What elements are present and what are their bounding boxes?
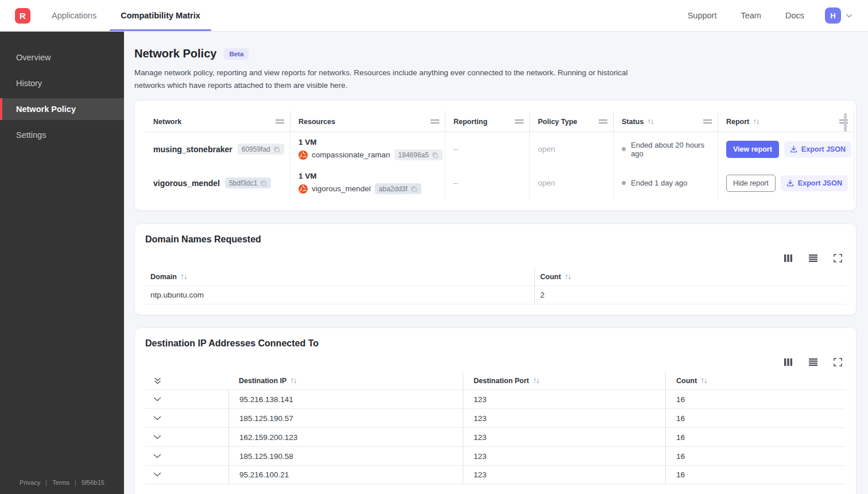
sidebar-item-overview[interactable]: Overview: [0, 47, 124, 68]
network-id: 60959fad: [242, 145, 270, 153]
networks-table: Network Resources Reporting Policy Type …: [145, 111, 846, 200]
column-header-destination-ip[interactable]: Destination IP: [228, 372, 463, 389]
domains-table: Domain Count ntp.ubuntu.com 2: [145, 268, 846, 304]
column-header-network[interactable]: Network: [145, 111, 290, 132]
support-link[interactable]: Support: [688, 11, 717, 20]
column-header-count[interactable]: Count: [665, 372, 846, 389]
column-header-report[interactable]: Report: [718, 111, 854, 132]
resource-id-pill: aba2dd3f: [375, 183, 421, 194]
column-header-policy-type[interactable]: Policy Type: [530, 111, 614, 132]
sort-icon[interactable]: [180, 273, 188, 280]
expand-all-icon[interactable]: [145, 372, 228, 389]
chevron-down-icon[interactable]: [845, 11, 853, 20]
primary-nav-tabs: Applications Compatibility Matrix: [40, 0, 212, 31]
destination-port-cell: 123: [463, 465, 665, 484]
count-cell: 16: [665, 446, 846, 465]
column-header-destination-port[interactable]: Destination Port: [463, 372, 665, 389]
privacy-link[interactable]: Privacy: [20, 479, 40, 486]
ubuntu-icon: [299, 184, 308, 194]
beta-badge: Beta: [224, 48, 249, 60]
column-header-status[interactable]: Status: [614, 111, 718, 132]
row-expand-chevron-icon[interactable]: [145, 408, 228, 427]
page-title: Network Policy: [134, 47, 216, 60]
row-expand-chevron-icon[interactable]: [145, 465, 228, 484]
app-logo[interactable]: R: [15, 8, 30, 24]
copy-icon[interactable]: [432, 152, 439, 159]
status-text: Ended about 20 hours ago: [631, 141, 713, 158]
view-report-button[interactable]: View report: [726, 141, 779, 158]
avatar[interactable]: H: [825, 7, 841, 24]
resize-handle-icon[interactable]: [703, 119, 712, 124]
sort-icon[interactable]: [647, 118, 654, 125]
copy-icon[interactable]: [260, 180, 267, 187]
network-id-pill: 60959fad: [238, 144, 284, 155]
destinations-table: Destination IP Destination Port Count 95…: [145, 372, 846, 484]
column-header-resources[interactable]: Resources: [290, 111, 445, 132]
sort-icon[interactable]: [290, 377, 297, 384]
table-row-network-cell: vigorous_mendel 5bdf3dc1: [145, 166, 290, 200]
tab-applications[interactable]: Applications: [40, 0, 108, 31]
network-id: 5bdf3dc1: [229, 179, 257, 187]
expand-icon[interactable]: [834, 254, 842, 263]
card-title: Destination IP Addresses Connected To: [145, 338, 846, 349]
column-label: Count: [676, 377, 697, 385]
sort-icon[interactable]: [533, 377, 540, 384]
table-row-reporting-cell: –: [445, 132, 530, 166]
row-expand-chevron-icon[interactable]: [145, 427, 228, 446]
column-header-count[interactable]: Count: [534, 268, 846, 285]
scrollbar-thumb[interactable]: [844, 113, 847, 132]
team-link[interactable]: Team: [741, 11, 761, 20]
rows-icon[interactable]: [808, 358, 818, 366]
column-header-domain[interactable]: Domain: [145, 268, 534, 285]
column-label: Policy Type: [538, 118, 578, 126]
table-row-network-cell: musing_stonebraker 60959fad: [145, 132, 290, 166]
resize-handle-icon[interactable]: [599, 119, 607, 124]
destination-port-cell: 123: [463, 427, 665, 446]
export-json-button[interactable]: Export JSON: [784, 141, 851, 157]
top-navigation-bar: R Applications Compatibility Matrix Supp…: [0, 0, 868, 32]
export-json-button[interactable]: Export JSON: [781, 175, 848, 191]
resize-handle-icon[interactable]: [515, 119, 524, 124]
divider: [75, 480, 76, 486]
resource-id: aba2dd3f: [379, 185, 408, 193]
column-label: Count: [540, 273, 561, 281]
table-row-report-cell: Hide report Export JSON: [718, 166, 854, 200]
sort-icon[interactable]: [753, 118, 760, 125]
sidebar-item-history[interactable]: History: [0, 72, 124, 94]
resource-name: compassionate_raman: [312, 150, 390, 159]
resize-handle-icon[interactable]: [431, 119, 439, 124]
column-label: Domain: [150, 273, 177, 281]
user-menu[interactable]: H: [825, 7, 853, 24]
row-expand-chevron-icon[interactable]: [145, 446, 228, 465]
tab-compatibility-matrix[interactable]: Compatibility Matrix: [108, 0, 212, 31]
terms-link[interactable]: Terms: [52, 479, 69, 486]
table-row-resources-cell: 1 VM compassionate_raman 184696a5: [290, 132, 445, 166]
copy-icon[interactable]: [273, 146, 280, 153]
sort-icon[interactable]: [564, 273, 572, 280]
sort-icon[interactable]: [700, 377, 708, 384]
column-header-reporting[interactable]: Reporting: [445, 111, 530, 132]
sidebar: Overview History Network Policy Settings…: [0, 32, 124, 494]
columns-icon[interactable]: [784, 358, 793, 366]
count-cell: 16: [665, 465, 846, 484]
domains-card: Domain Names Requested Domain Count ntp.…: [134, 223, 857, 315]
columns-icon[interactable]: [784, 254, 793, 263]
column-label: Destination Port: [474, 377, 529, 385]
hide-report-button[interactable]: Hide report: [726, 175, 776, 192]
resource-count: 1 VM: [299, 172, 317, 180]
rows-icon[interactable]: [808, 254, 818, 263]
docs-link[interactable]: Docs: [785, 11, 804, 20]
expand-icon[interactable]: [834, 358, 842, 366]
sidebar-footer: Privacy Terms 5f56b15: [0, 471, 124, 494]
copy-icon[interactable]: [410, 186, 417, 192]
count-cell: 16: [665, 389, 846, 408]
row-expand-chevron-icon[interactable]: [145, 389, 228, 408]
download-icon: [786, 179, 794, 187]
column-label: Destination IP: [239, 377, 286, 385]
resource-name: vigorous_mendel: [312, 184, 371, 193]
sidebar-item-settings[interactable]: Settings: [0, 124, 124, 146]
export-label: Export JSON: [801, 145, 846, 153]
export-label: Export JSON: [798, 179, 842, 187]
resize-handle-icon[interactable]: [276, 119, 284, 124]
sidebar-item-network-policy[interactable]: Network Policy: [0, 98, 124, 120]
